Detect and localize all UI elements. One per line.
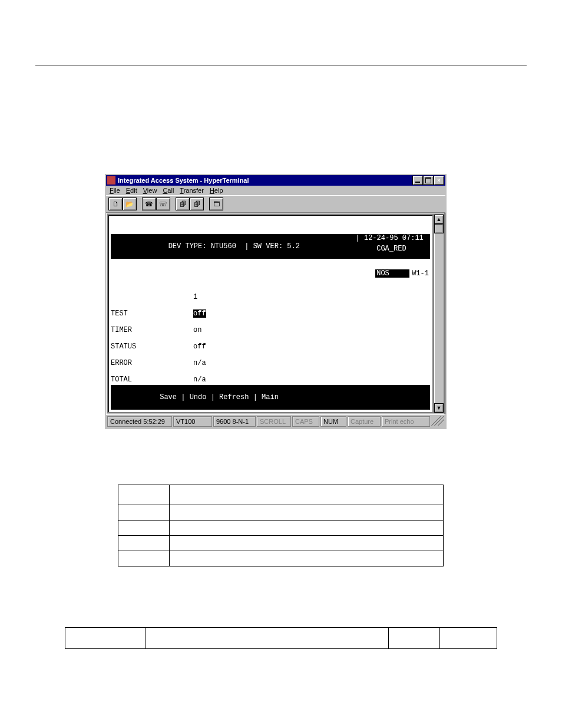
menu-transfer[interactable]: Transfer — [180, 187, 204, 194]
menu-view[interactable]: View — [143, 187, 157, 194]
status-scroll: SCROLL — [257, 416, 291, 427]
row-status-value: off — [193, 342, 206, 351]
status-connected: Connected 5:52:29 — [107, 416, 172, 427]
window-title: Integrated Access System - HyperTerminal — [118, 177, 412, 184]
hyperterminal-window: Integrated Access System - HyperTerminal… — [105, 174, 447, 429]
menu-call[interactable]: Call — [163, 187, 174, 194]
app-icon — [107, 176, 115, 185]
row-error-label: ERROR — [111, 359, 193, 367]
toolbar-open-icon[interactable]: 📂 — [123, 197, 137, 210]
toolbar-receive-icon[interactable]: 🗐 — [190, 197, 204, 210]
row-timer-label: TIMER — [111, 326, 193, 334]
menu-file[interactable]: File — [110, 187, 120, 194]
options-table — [118, 485, 444, 566]
status-caps: CAPS — [292, 416, 319, 427]
alarm-panel: CGA_REDW1-1 NOSW1-1 — [375, 228, 429, 294]
terminal-area[interactable]: DEV TYPE: NTU560 | SW VER: 5.2 | 12-24-9… — [107, 214, 434, 413]
vertical-scrollbar[interactable]: ▲ ▼ — [434, 214, 444, 413]
resize-grip-icon[interactable] — [431, 416, 444, 426]
minimize-button[interactable] — [412, 176, 423, 185]
scroll-down-icon[interactable]: ▼ — [434, 403, 444, 413]
row-total-label: TOTAL — [111, 375, 193, 384]
row-timer-value: on — [193, 326, 201, 334]
status-bar: Connected 5:52:29 VT100 9600 8-N-1 SCROL… — [106, 414, 445, 428]
scroll-thumb[interactable] — [434, 224, 444, 233]
row-test-value: off — [193, 309, 206, 318]
row-error-value: n/a — [193, 359, 206, 367]
toolbar-send-icon[interactable]: 🗐 — [176, 197, 190, 210]
toolbar-hangup-icon[interactable]: ☏ — [156, 197, 170, 210]
menu-edit[interactable]: Edit — [126, 187, 137, 194]
close-button[interactable]: × — [434, 176, 444, 185]
row-test-label: TEST — [111, 309, 193, 318]
toolbar-properties-icon[interactable]: 🗔 — [209, 197, 223, 210]
scroll-up-icon[interactable]: ▲ — [434, 215, 444, 224]
toolbar-new-icon[interactable]: 🗋 — [108, 197, 123, 210]
toolbar-call-icon[interactable]: ☎ — [142, 197, 156, 210]
row-status-label: STATUS — [111, 342, 193, 351]
menu-help[interactable]: Help — [210, 187, 223, 194]
settings-table — [65, 627, 497, 649]
menu-bar: File Edit View Call Transfer Help — [106, 186, 445, 195]
title-bar[interactable]: Integrated Access System - HyperTerminal… — [106, 175, 445, 186]
maximize-button[interactable] — [423, 176, 434, 185]
status-emulation: VT100 — [173, 416, 212, 427]
terminal-body: 1 TESToff TIMERon STATUSoff ERRORn/a TOT… — [111, 284, 430, 400]
toolbar: 🗋 📂 ☎ ☏ 🗐 🗐 🗔 — [106, 195, 445, 213]
page-header-rule — [35, 41, 527, 65]
status-capture: Capture — [348, 416, 381, 427]
status-config: 9600 8-N-1 — [213, 416, 256, 427]
terminal-footer: Save | Undo | Refresh | Main — [111, 385, 430, 410]
status-num: NUM — [320, 416, 346, 427]
row-total-value: n/a — [193, 375, 206, 384]
status-printecho: Print echo — [382, 416, 430, 427]
